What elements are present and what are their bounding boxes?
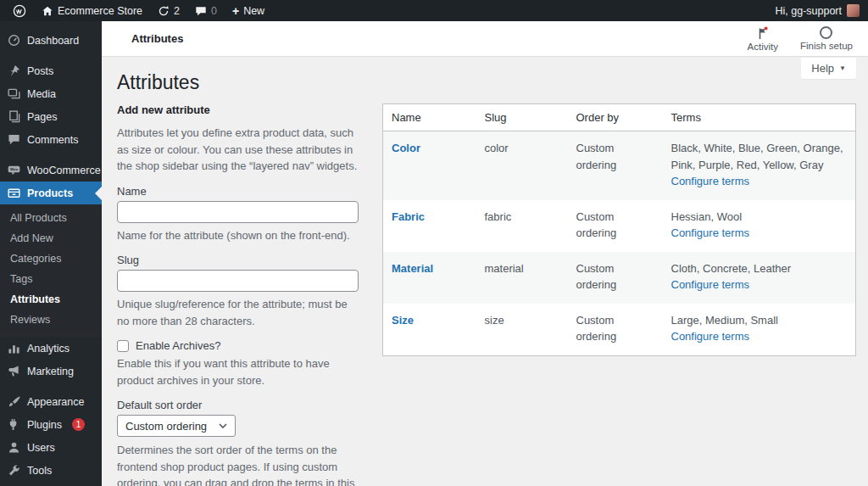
enable-archives-checkbox[interactable] [117, 340, 129, 352]
slug-cell: fabric [476, 200, 568, 252]
new-content-button[interactable]: + New [226, 0, 270, 21]
new-label: New [243, 5, 264, 17]
products-submenu: All Products Add New Categories Tags Att… [0, 204, 102, 337]
current-menu-arrow [95, 187, 102, 200]
wrench-icon [8, 464, 20, 477]
sidebar-item-add-new[interactable]: Add New [0, 228, 102, 249]
plugins-update-badge: 1 [72, 418, 85, 431]
col-header-terms: Terms [663, 104, 856, 131]
col-header-orderby: Order by [568, 104, 663, 131]
user-icon [8, 441, 20, 454]
configure-terms-link[interactable]: Configure terms [671, 225, 749, 242]
table-header-row: Name Slug Order by Terms [383, 104, 856, 131]
activity-flag-icon [756, 26, 770, 40]
slug-cell: material [476, 252, 568, 304]
analytics-icon [8, 342, 20, 355]
updates-indicator[interactable]: 2 [152, 0, 186, 21]
updates-icon [158, 5, 170, 17]
sort-order-help: Determines the sort order of the terms o… [117, 442, 359, 486]
add-attribute-form: Add new attribute Attributes let you def… [117, 103, 359, 486]
pages-icon [8, 110, 20, 123]
sidebar-item-tools[interactable]: Tools [0, 459, 102, 482]
home-icon [42, 5, 53, 17]
table-row: Size size Custom ordering Large, Medium,… [383, 304, 856, 356]
site-menu[interactable]: Ecommerce Store [36, 0, 148, 21]
breadcrumb: Attributes [131, 32, 748, 45]
slug-help: Unique slug/reference for the attribute;… [117, 296, 359, 329]
chevron-down-icon [219, 423, 227, 428]
col-header-slug: Slug [476, 104, 568, 131]
orderby-cell: Custom ordering [568, 252, 663, 304]
sidebar-item-woocommerce[interactable]: Woo WooCommerce [0, 159, 102, 182]
updates-count: 2 [174, 5, 180, 17]
attribute-slug-input[interactable] [117, 270, 359, 292]
sidebar-item-products[interactable]: Products [0, 182, 102, 204]
site-name: Ecommerce Store [58, 5, 142, 17]
activity-button[interactable]: Activity [748, 26, 778, 52]
finish-setup-button[interactable]: Finish setup [800, 26, 853, 52]
sidebar-item-plugins[interactable]: Plugins 1 [0, 413, 102, 436]
comments-icon [8, 133, 20, 146]
terms-cell: Black, White, Blue, Green, Orange, Pink,… [663, 131, 856, 200]
sidebar-item-settings[interactable]: Settings [0, 482, 102, 486]
sidebar-item-posts[interactable]: Posts [0, 59, 102, 82]
sidebar-item-media[interactable]: Media [0, 82, 102, 105]
admin-bar: Ecommerce Store 2 0 + New Hi, gg-support [0, 0, 868, 21]
page-columns: Add new attribute Attributes let you def… [117, 103, 856, 486]
attributes-table: Name Slug Order by Terms Color color Cus… [382, 103, 856, 356]
avatar [847, 4, 860, 17]
form-heading: Add new attribute [117, 103, 359, 116]
sort-order-select[interactable]: Custom ordering [117, 415, 236, 437]
configure-terms-link[interactable]: Configure terms [671, 328, 749, 345]
caret-down-icon: ▼ [839, 64, 846, 72]
attribute-link[interactable]: Fabric [392, 210, 425, 223]
name-label: Name [117, 185, 359, 198]
configure-terms-link[interactable]: Configure terms [671, 277, 749, 293]
sidebar-item-attributes[interactable]: Attributes [0, 289, 102, 310]
sidebar-item-pages[interactable]: Pages [0, 105, 102, 128]
sidebar-item-reviews[interactable]: Reviews [0, 310, 102, 330]
wordpress-logo-icon[interactable] [7, 0, 32, 21]
admin-sidebar: Dashboard Posts Media Pages Comments Woo… [0, 21, 102, 486]
plugin-icon [8, 418, 20, 431]
attribute-link[interactable]: Color [392, 142, 420, 154]
orderby-cell: Custom ordering [568, 131, 663, 200]
sidebar-item-users[interactable]: Users [0, 436, 102, 459]
attribute-link[interactable]: Material [392, 262, 433, 275]
sidebar-item-categories[interactable]: Categories [0, 249, 102, 269]
sort-order-label: Default sort order [117, 399, 359, 411]
page-title: Attributes [117, 71, 868, 94]
configure-terms-link[interactable]: Configure terms [671, 173, 749, 190]
sidebar-item-all-products[interactable]: All Products [0, 208, 102, 228]
terms-list: Cloth, Concrete, Leather [671, 260, 848, 277]
comments-indicator[interactable]: 0 [189, 0, 223, 21]
attributes-table-wrap: Name Slug Order by Terms Color color Cus… [382, 103, 856, 356]
attribute-name-input[interactable] [117, 201, 359, 223]
plus-icon: + [232, 5, 239, 17]
sidebar-item-appearance[interactable]: Appearance [0, 390, 102, 413]
slug-label: Slug [117, 254, 359, 266]
admin-bar-account[interactable]: Hi, gg-support [775, 4, 868, 17]
sidebar-item-marketing[interactable]: Marketing [0, 360, 102, 383]
content-area: Attributes Activity Finish setup Help ▼ … [102, 0, 868, 486]
sidebar-item-tags[interactable]: Tags [0, 269, 102, 289]
sidebar-item-analytics[interactable]: Analytics [0, 337, 102, 360]
sidebar-item-comments[interactable]: Comments [0, 128, 102, 151]
comment-bubble-icon [195, 5, 207, 17]
header-actions: Activity Finish setup [748, 26, 853, 52]
account-greeting: Hi, gg-support [775, 5, 842, 17]
sidebar-item-dashboard[interactable]: Dashboard [0, 29, 102, 52]
comments-count: 0 [211, 5, 217, 17]
help-tab[interactable]: Help ▼ [801, 58, 856, 79]
table-row: Fabric fabric Custom ordering Hessian, W… [383, 200, 856, 252]
form-intro: Attributes let you define extra product … [117, 125, 359, 175]
megaphone-icon [8, 365, 20, 377]
svg-text:Woo: Woo [10, 167, 19, 171]
terms-list: Black, White, Blue, Green, Orange, Pink,… [671, 140, 848, 173]
enable-archives-row: Enable Archives? [117, 339, 359, 352]
attribute-link[interactable]: Size [392, 314, 414, 327]
terms-cell: Hessian, Wool Configure terms [663, 200, 856, 252]
terms-cell: Large, Medium, Small Configure terms [663, 304, 856, 356]
slug-cell: size [476, 304, 568, 356]
brush-icon [8, 395, 20, 408]
